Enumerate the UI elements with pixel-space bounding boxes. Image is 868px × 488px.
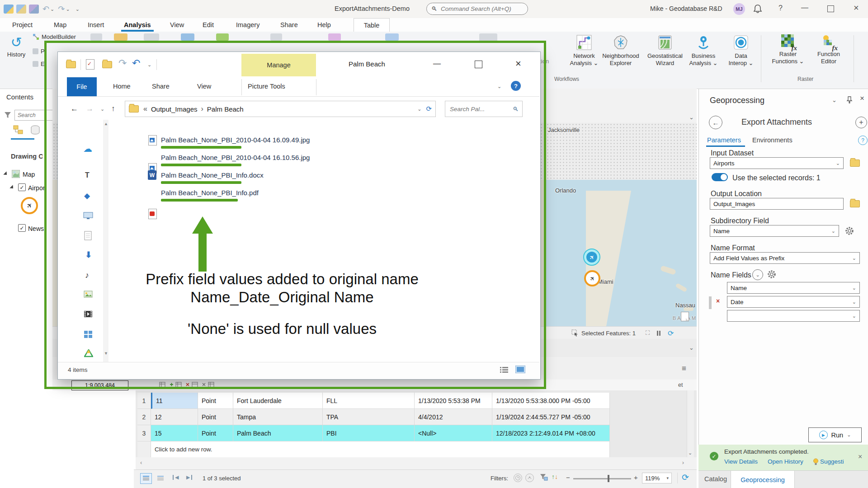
this-pc-icon[interactable]: T xyxy=(85,171,90,179)
neighborhood-explorer-button[interactable]: NeighborhoodExplorer xyxy=(601,34,640,67)
drawing-order-tab-icon[interactable] xyxy=(13,125,24,137)
cell-name[interactable]: Fort Lauderdale xyxy=(233,393,323,409)
explorer-tab-view[interactable]: View xyxy=(197,83,211,90)
explorer-help-icon[interactable]: ? xyxy=(511,81,521,91)
ribbon-fragment-e[interactable]: E xyxy=(33,61,45,67)
details-view-icon[interactable] xyxy=(500,366,508,373)
run-button[interactable]: ▶ Run ⌄ xyxy=(808,427,862,442)
scroll-up-icon[interactable]: ▲ xyxy=(104,122,108,126)
file-name[interactable]: Palm Beach_None_PBI_2010-04-04 16.10.56.… xyxy=(161,154,310,161)
nav-scrollbar[interactable] xyxy=(103,120,108,362)
table-menu-icon[interactable]: ≡ xyxy=(682,364,686,373)
tab-help[interactable]: Help xyxy=(316,21,333,28)
google-drive-icon[interactable] xyxy=(84,349,93,357)
explorer-tab-home[interactable]: Home xyxy=(113,83,131,90)
dock-tab-geoprocessing[interactable]: Geoprocessing xyxy=(731,470,795,488)
undo-dropdown-icon[interactable]: ⌄ xyxy=(50,6,54,12)
time-filter-icon[interactable] xyxy=(514,474,522,482)
drag-handle[interactable] xyxy=(709,296,712,309)
scroll-down-icon[interactable]: ⌄ xyxy=(688,450,692,456)
new-project-icon[interactable] xyxy=(4,5,14,14)
tab-imagery[interactable]: Imagery xyxy=(234,21,261,28)
help-icon[interactable]: ? xyxy=(778,4,783,12)
input-dataset-combo[interactable]: Airports⌄ xyxy=(710,157,844,169)
large-icons-view-icon[interactable] xyxy=(515,366,525,373)
tab-insert[interactable]: Insert xyxy=(86,21,106,28)
zoom-to-selection-icon[interactable]: ⛶ xyxy=(646,329,650,337)
3d-objects-icon[interactable]: ◆ xyxy=(84,191,90,201)
command-search-box[interactable]: 🔍︎ xyxy=(426,3,528,15)
file-name[interactable]: Palm Beach_None_PBI_Info.docx xyxy=(161,171,264,179)
new-folder-icon[interactable] xyxy=(102,61,112,68)
run-options-icon[interactable]: ⌄ xyxy=(847,432,851,438)
table-horizontal-scrollbar[interactable]: ‹ › xyxy=(136,457,697,469)
cell-datetime[interactable]: 1/13/2020 5:53:38.000 PM -05:00 xyxy=(492,393,610,409)
save-project-icon[interactable] xyxy=(29,5,39,14)
table-toolbar-icons-fragment[interactable] xyxy=(159,381,241,389)
address-dropdown-icon[interactable]: ⌄ xyxy=(417,106,421,112)
explorer-nav-pane[interactable]: ▲ ▼ ☁ T ◆ ⬇ ♪ xyxy=(58,120,103,362)
row-number[interactable]: 3 xyxy=(137,425,151,441)
next-record-button[interactable]: ▶ xyxy=(186,474,192,480)
name-field-combo-1[interactable]: Name⌄ xyxy=(727,282,860,294)
explorer-tab-share[interactable]: Share xyxy=(152,83,170,90)
videos-icon[interactable] xyxy=(84,310,93,318)
forward-icon[interactable]: → xyxy=(86,104,94,113)
raster-functions-button[interactable]: fx RasterFunctions ⌄ xyxy=(769,34,807,65)
dock-tab-catalog[interactable]: Catalog xyxy=(704,475,727,483)
zoom-in-icon[interactable]: + xyxy=(634,474,638,481)
gear-icon[interactable] xyxy=(844,226,854,238)
tab-environments[interactable]: Environments xyxy=(752,136,793,144)
network-analysis-button[interactable]: NetworkAnalysis ⌄ xyxy=(565,34,604,67)
scroll-right-icon[interactable]: › xyxy=(682,459,684,466)
show-selected-records-button[interactable] xyxy=(155,473,166,484)
scroll-down-icon[interactable]: ▼ xyxy=(104,351,108,356)
cell-code[interactable]: PBI xyxy=(323,425,415,441)
name-field-combo-2[interactable]: Date⌄ xyxy=(727,296,860,308)
redo-icon[interactable]: ↷ xyxy=(118,57,127,69)
close-panel-icon[interactable]: × xyxy=(860,94,864,103)
dismiss-notification-icon[interactable]: × xyxy=(858,453,862,461)
up-icon[interactable]: ↑ xyxy=(111,104,115,113)
geostatistical-wizard-button[interactable]: GeostatisticalWizard xyxy=(646,34,684,67)
subdirectory-field-combo[interactable]: Name⌄ xyxy=(710,225,839,237)
filter-table-icon[interactable] xyxy=(539,473,548,483)
cell-code[interactable]: FLL xyxy=(323,393,415,409)
explorer-search-input[interactable] xyxy=(449,105,513,113)
row-number[interactable]: 1 xyxy=(137,393,151,409)
avatar[interactable]: MJ xyxy=(733,3,745,15)
tab-parameters[interactable]: Parameters xyxy=(707,136,741,144)
cell-code[interactable]: TPA xyxy=(323,409,415,425)
tab-map[interactable]: Map xyxy=(52,21,68,28)
map-scale-box[interactable]: 1:9,003,484 xyxy=(71,380,128,390)
business-analysis-button[interactable]: BusinessAnalysis ⌄ xyxy=(684,34,723,67)
table-vertical-scrollbar[interactable] xyxy=(687,390,694,457)
collapse-fields-icon[interactable]: ⌄ xyxy=(752,269,763,280)
table-row-selected[interactable]: 3 15 Point Palm Beach PBI <Null> 12/18/2… xyxy=(137,425,610,441)
table-row[interactable]: 1 11 Point Fort Lauderdale FLL 1/13/2020… xyxy=(137,393,610,409)
recent-locations-icon[interactable]: ⌄ xyxy=(100,106,104,112)
refresh-icon[interactable]: ⟳ xyxy=(426,105,432,113)
ribbon-fragment-p[interactable]: P xyxy=(33,48,45,55)
table-row[interactable]: 2 12 Point Tampa TPA 4/4/2012 1/19/2024 … xyxy=(137,409,610,425)
filter-icon[interactable] xyxy=(4,112,11,121)
data-source-tab-icon[interactable] xyxy=(30,125,41,137)
range-filter-icon[interactable] xyxy=(525,474,534,482)
command-search-input[interactable] xyxy=(440,5,523,13)
function-editor-button[interactable]: fx FunctionEditor xyxy=(809,34,848,65)
tool-help-icon[interactable]: ? xyxy=(858,136,868,145)
tab-edit[interactable]: Edit xyxy=(201,21,216,28)
tab-analysis[interactable]: Analysis xyxy=(122,21,153,28)
explorer-search-box[interactable]: 🔍︎ xyxy=(445,101,523,117)
back-icon[interactable]: ← xyxy=(71,104,78,113)
undo-icon[interactable]: ↶ xyxy=(132,57,140,69)
suggestion-link[interactable]: Suggesti xyxy=(820,458,853,465)
zoom-slider-handle[interactable] xyxy=(608,475,609,482)
close-button[interactable]: × xyxy=(854,3,859,13)
file-name[interactable]: Palm Beach_None_PBI_Info.pdf xyxy=(161,189,259,197)
file-explorer-window[interactable]: ✓ ↷ ↶ ⌄ Manage Palm Beach — × File Home … xyxy=(57,52,541,380)
open-project-icon[interactable] xyxy=(16,5,26,14)
address-bar[interactable]: « Output_Images › Palm Beach ⌄ ⟳ xyxy=(125,101,436,117)
explorer-tab-picture-tools[interactable]: Picture Tools xyxy=(248,83,285,90)
output-location-input[interactable]: Output_Images xyxy=(710,198,844,210)
